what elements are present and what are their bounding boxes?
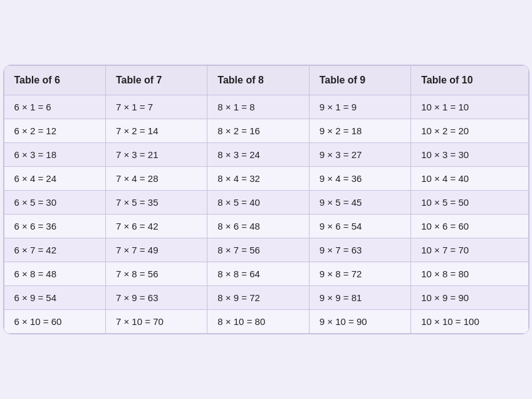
header-col-4: Table of 10 <box>411 66 528 95</box>
cell-r3-c3: 9 × 4 = 36 <box>309 167 410 191</box>
cell-r6-c0: 6 × 7 = 42 <box>4 238 105 262</box>
cell-r4-c0: 6 × 5 = 30 <box>4 191 105 215</box>
cell-r1-c1: 7 × 2 = 14 <box>105 119 207 143</box>
cell-r8-c4: 10 × 9 = 90 <box>411 286 528 310</box>
cell-r9-c2: 8 × 10 = 80 <box>207 310 309 334</box>
cell-r7-c1: 7 × 8 = 56 <box>105 262 207 286</box>
header-col-3: Table of 9 <box>309 66 410 95</box>
cell-r0-c0: 6 × 1 = 6 <box>4 95 105 119</box>
cell-r6-c3: 9 × 7 = 63 <box>309 238 410 262</box>
multiplication-table: Table of 6Table of 7Table of 8Table of 9… <box>4 65 529 334</box>
cell-r8-c3: 9 × 9 = 81 <box>309 286 410 310</box>
cell-r8-c1: 7 × 9 = 63 <box>105 286 207 310</box>
cell-r3-c0: 6 × 4 = 24 <box>4 167 105 191</box>
cell-r1-c3: 9 × 2 = 18 <box>309 119 410 143</box>
table-row: 6 × 9 = 547 × 9 = 638 × 9 = 729 × 9 = 81… <box>4 286 528 310</box>
cell-r5-c0: 6 × 6 = 36 <box>4 215 105 238</box>
cell-r5-c1: 7 × 6 = 42 <box>105 215 207 238</box>
cell-r3-c1: 7 × 4 = 28 <box>105 167 207 191</box>
header-col-1: Table of 7 <box>105 66 207 95</box>
cell-r6-c2: 8 × 7 = 56 <box>207 238 309 262</box>
table-row: 6 × 5 = 307 × 5 = 358 × 5 = 409 × 5 = 45… <box>4 191 528 215</box>
cell-r4-c4: 10 × 5 = 50 <box>411 191 528 215</box>
table-row: 6 × 7 = 427 × 7 = 498 × 7 = 569 × 7 = 63… <box>4 238 528 262</box>
cell-r4-c3: 9 × 5 = 45 <box>309 191 410 215</box>
cell-r1-c4: 10 × 2 = 20 <box>411 119 528 143</box>
cell-r9-c0: 6 × 10 = 60 <box>4 310 105 334</box>
cell-r7-c2: 8 × 8 = 64 <box>207 262 309 286</box>
cell-r7-c3: 9 × 8 = 72 <box>309 262 410 286</box>
cell-r6-c4: 10 × 7 = 70 <box>411 238 528 262</box>
cell-r0-c3: 9 × 1 = 9 <box>309 95 410 119</box>
multiplication-table-container: Table of 6Table of 7Table of 8Table of 9… <box>3 65 529 334</box>
header-row: Table of 6Table of 7Table of 8Table of 9… <box>4 66 528 95</box>
table-row: 6 × 4 = 247 × 4 = 288 × 4 = 329 × 4 = 36… <box>4 167 528 191</box>
cell-r1-c2: 8 × 2 = 16 <box>207 119 309 143</box>
cell-r0-c2: 8 × 1 = 8 <box>207 95 309 119</box>
cell-r2-c0: 6 × 3 = 18 <box>4 143 105 167</box>
header-col-0: Table of 6 <box>4 66 105 95</box>
cell-r1-c0: 6 × 2 = 12 <box>4 119 105 143</box>
cell-r4-c1: 7 × 5 = 35 <box>105 191 207 215</box>
cell-r7-c4: 10 × 8 = 80 <box>411 262 528 286</box>
cell-r8-c0: 6 × 9 = 54 <box>4 286 105 310</box>
cell-r9-c3: 9 × 10 = 90 <box>309 310 410 334</box>
table-row: 6 × 3 = 187 × 3 = 218 × 3 = 249 × 3 = 27… <box>4 143 528 167</box>
cell-r2-c2: 8 × 3 = 24 <box>207 143 309 167</box>
cell-r8-c2: 8 × 9 = 72 <box>207 286 309 310</box>
cell-r0-c1: 7 × 1 = 7 <box>105 95 207 119</box>
table-row: 6 × 6 = 367 × 6 = 428 × 6 = 489 × 6 = 54… <box>4 215 528 238</box>
table-row: 6 × 1 = 67 × 1 = 78 × 1 = 89 × 1 = 910 ×… <box>4 95 528 119</box>
table-body: 6 × 1 = 67 × 1 = 78 × 1 = 89 × 1 = 910 ×… <box>4 95 528 334</box>
cell-r5-c3: 9 × 6 = 54 <box>309 215 410 238</box>
cell-r2-c1: 7 × 3 = 21 <box>105 143 207 167</box>
table-row: 6 × 2 = 127 × 2 = 148 × 2 = 169 × 2 = 18… <box>4 119 528 143</box>
cell-r0-c4: 10 × 1 = 10 <box>411 95 528 119</box>
cell-r7-c0: 6 × 8 = 48 <box>4 262 105 286</box>
table-row: 6 × 10 = 607 × 10 = 708 × 10 = 809 × 10 … <box>4 310 528 334</box>
cell-r2-c3: 9 × 3 = 27 <box>309 143 410 167</box>
cell-r3-c4: 10 × 4 = 40 <box>411 167 528 191</box>
cell-r4-c2: 8 × 5 = 40 <box>207 191 309 215</box>
table-row: 6 × 8 = 487 × 8 = 568 × 8 = 649 × 8 = 72… <box>4 262 528 286</box>
cell-r3-c2: 8 × 4 = 32 <box>207 167 309 191</box>
cell-r5-c2: 8 × 6 = 48 <box>207 215 309 238</box>
cell-r9-c4: 10 × 10 = 100 <box>411 310 528 334</box>
cell-r6-c1: 7 × 7 = 49 <box>105 238 207 262</box>
cell-r2-c4: 10 × 3 = 30 <box>411 143 528 167</box>
cell-r5-c4: 10 × 6 = 60 <box>411 215 528 238</box>
cell-r9-c1: 7 × 10 = 70 <box>105 310 207 334</box>
header-col-2: Table of 8 <box>207 66 309 95</box>
